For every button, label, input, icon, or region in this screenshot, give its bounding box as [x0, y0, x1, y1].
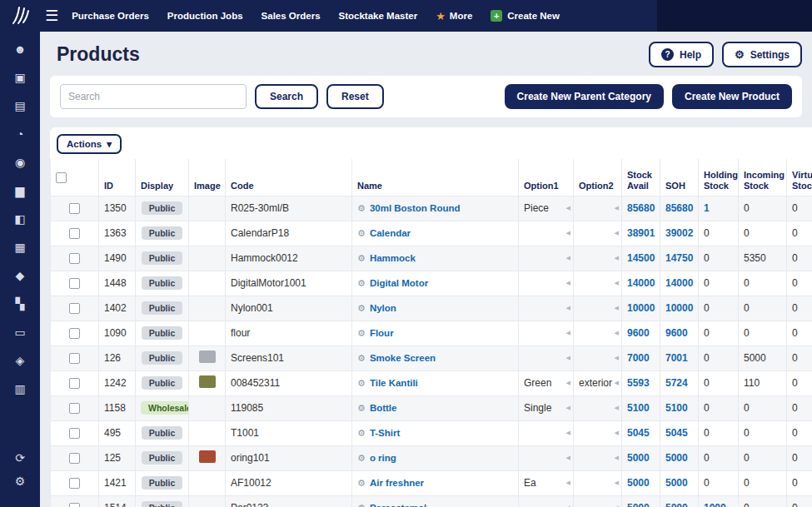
soh-link[interactable]: 10000	[665, 302, 693, 314]
sales-icon[interactable]: ◧	[14, 213, 25, 225]
option2-dropdown-icon[interactable]: ◀	[615, 380, 619, 386]
create-parent-category-button[interactable]: Create New Parent Category	[505, 84, 664, 109]
product-gear-icon[interactable]: ⚙	[357, 228, 366, 238]
soh-link[interactable]: 5045	[665, 427, 688, 439]
analytics-icon[interactable]: ▚	[16, 298, 25, 310]
col-id[interactable]: ID	[99, 159, 136, 196]
product-gear-icon[interactable]: ⚙	[357, 503, 366, 507]
warehouse-icon[interactable]: ▥	[14, 383, 25, 395]
nav-more[interactable]: ★ More	[436, 10, 472, 22]
row-checkbox[interactable]	[69, 503, 80, 507]
option2-dropdown-icon[interactable]: ◀	[615, 230, 619, 236]
product-name-link[interactable]: Paracetamol	[370, 503, 426, 507]
stock-avail-link[interactable]: 9600	[627, 327, 650, 339]
soh-link[interactable]: 5100	[665, 402, 688, 414]
product-name-link[interactable]: Smoke Screen	[370, 353, 436, 363]
product-name-link[interactable]: Flour	[370, 328, 394, 338]
col-code[interactable]: Code	[226, 159, 352, 196]
row-checkbox[interactable]	[69, 303, 80, 314]
stock-avail-link[interactable]: 10000	[627, 302, 655, 314]
col-soh[interactable]: SOH	[660, 159, 699, 196]
purchase-orders-icon[interactable]: ▤	[14, 100, 25, 112]
product-gear-icon[interactable]: ⚙	[357, 203, 366, 213]
reports-icon[interactable]: ▆	[16, 185, 25, 196]
holding-stock-link[interactable]: 1000	[704, 502, 726, 507]
option1-dropdown-icon[interactable]: ◀	[566, 430, 570, 436]
soh-link[interactable]: 39002	[665, 227, 693, 239]
col-option1[interactable]: Option1	[519, 159, 574, 196]
product-thumbnail[interactable]	[199, 350, 216, 363]
search-button[interactable]: Search	[255, 84, 318, 109]
soh-link[interactable]: 5000	[665, 502, 688, 507]
soh-link[interactable]: 5000	[665, 452, 688, 464]
option1-dropdown-icon[interactable]: ◀	[566, 205, 570, 211]
nav-create-new[interactable]: + Create New	[491, 10, 560, 22]
soh-link[interactable]: 5000	[665, 477, 688, 489]
product-thumbnail[interactable]	[199, 450, 216, 463]
help-button[interactable]: ? Help	[649, 42, 714, 67]
row-checkbox[interactable]	[69, 253, 80, 264]
sync-icon[interactable]: ⟳	[15, 452, 25, 464]
product-gear-icon[interactable]: ⚙	[357, 478, 366, 488]
product-name-link[interactable]: Digital Motor	[370, 278, 428, 288]
integrations-icon[interactable]: ◈	[16, 355, 25, 366]
settings-gear-icon[interactable]: ⚙	[15, 475, 26, 487]
product-gear-icon[interactable]: ⚙	[357, 278, 366, 288]
product-name-link[interactable]: Air freshner	[370, 478, 424, 488]
stock-levels-icon[interactable]: ◔	[17, 128, 23, 140]
row-checkbox[interactable]	[69, 203, 80, 214]
col-name[interactable]: Name	[352, 159, 519, 196]
settings-button[interactable]: ⚙ Settings	[722, 42, 802, 67]
nav-item-production-jobs[interactable]: Production Jobs	[167, 11, 243, 21]
stock-avail-link[interactable]: 5045	[627, 427, 650, 439]
col-display[interactable]: Display	[136, 159, 189, 196]
product-gear-icon[interactable]: ⚙	[357, 453, 366, 463]
row-checkbox[interactable]	[69, 428, 80, 439]
row-checkbox[interactable]	[69, 353, 80, 364]
business-icon[interactable]: ▭	[14, 326, 25, 338]
option1-dropdown-icon[interactable]: ◀	[566, 455, 570, 461]
nav-item-stocktake-master[interactable]: Stocktake Master	[339, 11, 418, 21]
stock-avail-link[interactable]: 7000	[627, 352, 650, 364]
product-name-link[interactable]: 30ml Boston Round	[370, 203, 461, 213]
row-checkbox[interactable]	[69, 478, 80, 489]
option1-dropdown-icon[interactable]: ◀	[566, 480, 570, 486]
stock-avail-link[interactable]: 85680	[627, 202, 655, 214]
stock-avail-link[interactable]: 5000	[627, 502, 650, 507]
production-icon[interactable]: ◉	[15, 157, 25, 168]
holding-stock-link[interactable]: 1	[704, 202, 710, 214]
product-name-link[interactable]: Bottle	[370, 403, 397, 413]
product-gear-icon[interactable]: ⚙	[357, 353, 366, 363]
product-gear-icon[interactable]: ⚙	[357, 378, 366, 388]
soh-link[interactable]: 85680	[665, 202, 693, 214]
row-checkbox[interactable]	[69, 278, 80, 289]
row-checkbox[interactable]	[69, 403, 80, 414]
product-gear-icon[interactable]: ⚙	[357, 428, 366, 438]
product-name-link[interactable]: Hammock	[370, 253, 416, 263]
product-gear-icon[interactable]: ⚙	[357, 328, 366, 338]
product-gear-icon[interactable]: ⚙	[357, 403, 366, 413]
row-checkbox[interactable]	[69, 228, 80, 239]
product-name-link[interactable]: o ring	[370, 453, 396, 463]
inventory-icon[interactable]: ▦	[14, 241, 25, 253]
option2-dropdown-icon[interactable]: ◀	[615, 430, 619, 436]
app-logo[interactable]	[0, 5, 40, 27]
option2-dropdown-icon[interactable]: ◀	[615, 405, 619, 411]
option1-dropdown-icon[interactable]: ◀	[566, 380, 570, 386]
stock-avail-link[interactable]: 38901	[627, 227, 655, 239]
option2-dropdown-icon[interactable]: ◀	[615, 330, 619, 336]
menu-hamburger-icon[interactable]: ☰	[45, 7, 58, 25]
soh-link[interactable]: 7001	[665, 352, 688, 364]
option1-dropdown-icon[interactable]: ◀	[566, 355, 570, 361]
product-thumbnail[interactable]	[199, 375, 216, 388]
soh-link[interactable]: 14000	[665, 277, 693, 289]
col-stock-avail[interactable]: Stock Avail	[622, 159, 660, 196]
stock-avail-link[interactable]: 5593	[627, 377, 650, 389]
soh-link[interactable]: 14750	[665, 252, 693, 264]
row-checkbox[interactable]	[69, 328, 80, 339]
soh-link[interactable]: 5724	[665, 377, 688, 389]
nav-item-sales-orders[interactable]: Sales Orders	[262, 11, 321, 21]
row-checkbox[interactable]	[69, 378, 80, 389]
option2-dropdown-icon[interactable]: ◀	[615, 480, 619, 486]
product-gear-icon[interactable]: ⚙	[357, 303, 366, 313]
